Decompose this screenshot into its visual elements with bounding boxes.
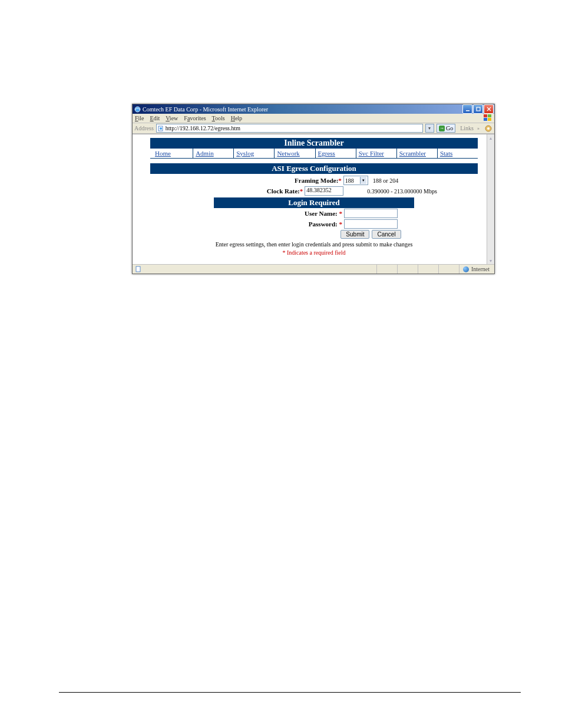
- status-bar: Internet: [133, 264, 494, 274]
- windows-logo-icon: [484, 114, 492, 121]
- svg-rect-3: [484, 114, 487, 117]
- status-zone-label: Internet: [471, 266, 490, 272]
- status-doc-icon: [133, 266, 143, 273]
- menu-favorites[interactable]: Favorites: [184, 115, 206, 121]
- cancel-button[interactable]: Cancel: [372, 230, 401, 239]
- menu-help[interactable]: Help: [231, 115, 242, 121]
- submit-button[interactable]: Submit: [340, 230, 369, 239]
- svg-point-10: [487, 127, 490, 130]
- nav-svcfilter[interactable]: Svc Filter: [356, 149, 396, 158]
- window-minimize-button[interactable]: [462, 104, 472, 114]
- page-icon: [158, 126, 164, 131]
- username-label: User Name: *: [230, 210, 344, 217]
- framing-mode-hint: 188 or 204: [373, 177, 398, 184]
- address-url: http://192.168.12.72/egress.htm: [166, 125, 240, 131]
- go-arrow-icon: →: [439, 126, 445, 131]
- ie-window: Comtech EF Data Corp - Microsoft Interne…: [132, 104, 495, 274]
- nav-stats[interactable]: Stats: [437, 149, 478, 158]
- nav-egress[interactable]: Egress: [315, 149, 356, 158]
- address-dropdown-button[interactable]: ▾: [425, 124, 434, 133]
- address-label: Address: [134, 125, 154, 131]
- clock-rate-label: Clock Rate:*: [191, 187, 305, 195]
- password-label: Password: *: [230, 220, 344, 228]
- scroll-up-icon[interactable]: ▴: [487, 134, 494, 141]
- chevron-down-icon: ▾: [360, 177, 366, 184]
- links-label[interactable]: Links: [460, 125, 474, 131]
- menu-tools[interactable]: Tools: [212, 115, 225, 121]
- status-pane-empty2: [397, 265, 418, 274]
- scroll-down-icon[interactable]: ▾: [487, 257, 494, 264]
- nav-admin[interactable]: Admin: [193, 149, 233, 158]
- nav-home[interactable]: Home: [150, 149, 193, 158]
- menu-view[interactable]: View: [166, 115, 178, 121]
- window-title: Comtech EF Data Corp - Microsoft Interne…: [143, 106, 268, 113]
- window-maximize-button[interactable]: [473, 104, 483, 114]
- window-close-button[interactable]: [484, 104, 494, 114]
- section-asi-egress: ASI Egress Configuration: [150, 163, 478, 174]
- nav-syslog[interactable]: Syslog: [233, 149, 274, 158]
- nav-scrambler[interactable]: Scrambler: [396, 149, 437, 158]
- toolbar-extension-icon[interactable]: [484, 124, 492, 133]
- password-input[interactable]: [344, 219, 398, 229]
- status-pane-empty1: [376, 265, 397, 274]
- menu-edit[interactable]: Edit: [150, 115, 160, 121]
- svg-rect-2: [477, 107, 480, 111]
- browser-viewport: ▴ ▾ Inline Scrambler Home Admin Syslog N…: [133, 134, 494, 264]
- window-titlebar: Comtech EF Data Corp - Microsoft Interne…: [133, 104, 494, 114]
- menu-file[interactable]: File: [135, 115, 144, 121]
- svg-point-8: [160, 127, 162, 130]
- scroll-bar[interactable]: ▴ ▾: [487, 134, 494, 264]
- ie-app-icon: [134, 106, 141, 113]
- menu-bar: File Edit View Favorites Tools Help: [133, 114, 494, 123]
- clock-rate-input[interactable]: 48.382352: [305, 186, 343, 196]
- instruction-note: Enter egress settings, then enter login …: [150, 241, 478, 248]
- login-required-band: Login Required: [214, 197, 414, 208]
- svg-rect-6: [488, 118, 491, 121]
- required-note: * Indicates a required field: [150, 249, 478, 256]
- svg-rect-4: [488, 114, 491, 117]
- svg-rect-5: [484, 118, 487, 121]
- clock-rate-hint: 0.390000 - 213.000000 Mbps: [367, 188, 437, 195]
- page-divider: [59, 692, 521, 693]
- framing-mode-label: Framing Mode:*: [230, 177, 343, 184]
- username-input[interactable]: [344, 209, 398, 218]
- status-pane-empty3: [418, 265, 438, 274]
- nav-network[interactable]: Network: [274, 149, 315, 158]
- svg-rect-1: [466, 110, 470, 111]
- address-bar: Address http://192.168.12.72/egress.htm …: [133, 123, 494, 134]
- go-label: Go: [446, 125, 453, 131]
- framing-mode-select[interactable]: 188 ▾: [343, 176, 368, 185]
- framing-mode-value: 188: [345, 177, 354, 184]
- globe-icon: [463, 266, 469, 272]
- go-button[interactable]: → Go: [437, 124, 455, 133]
- page-title-band: Inline Scrambler: [150, 138, 478, 149]
- nav-row: Home Admin Syslog Network Egress Svc Fil…: [150, 149, 478, 159]
- status-pane-empty4: [438, 265, 459, 274]
- svg-rect-11: [136, 266, 140, 272]
- status-zone: Internet: [459, 265, 493, 274]
- links-chevron-icon[interactable]: »: [477, 126, 480, 131]
- address-input[interactable]: http://192.168.12.72/egress.htm: [156, 124, 423, 133]
